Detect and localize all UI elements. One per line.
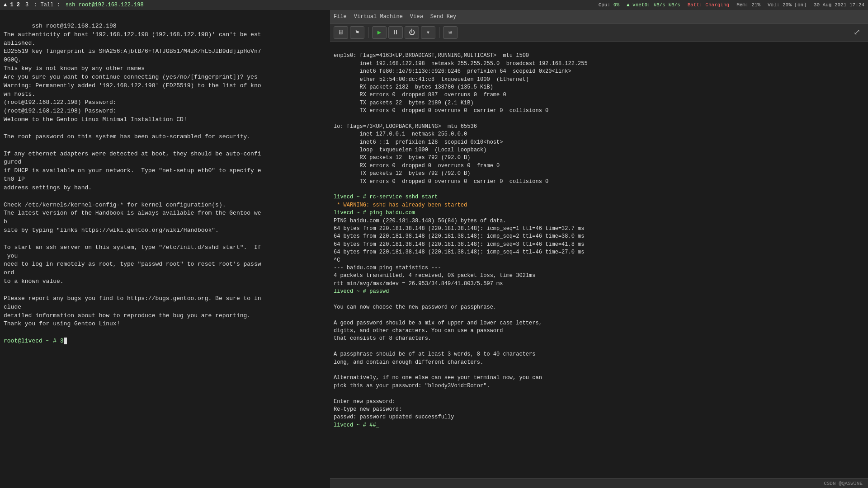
menu-file[interactable]: File bbox=[334, 14, 347, 20]
main-layout: ssh root@192.168.122.198 The authenticit… bbox=[0, 10, 868, 488]
power-dropdown[interactable]: ▾ bbox=[421, 26, 435, 39]
vol-info: Vol: 20% [on] bbox=[768, 2, 807, 8]
screen-button[interactable]: 🖥 bbox=[334, 26, 348, 39]
vmware-menubar: File Virtual Machine View Send Key bbox=[330, 10, 868, 23]
menu-vm[interactable]: Virtual Machine bbox=[354, 14, 403, 20]
mem-info: Mem: 21% bbox=[736, 2, 760, 8]
pause-button[interactable]: ⏸ bbox=[388, 26, 403, 39]
window-number: 3 bbox=[25, 2, 28, 8]
right-terminal[interactable]: enp1s0: flags=4163<UP,BROADCAST,RUNNING,… bbox=[330, 42, 868, 478]
vmware-toolbar: 🖥 ⚑ ▶ ⏸ ⏻ ▾ ⊞ ⤢ bbox=[330, 23, 868, 42]
left-terminal-content: ssh root@192.168.122.198 The authenticit… bbox=[4, 23, 261, 328]
play-button[interactable]: ▶ bbox=[372, 26, 387, 39]
power-button[interactable]: ⏻ bbox=[405, 26, 419, 39]
net-info: ▲ vnet0: kB/s kB/s bbox=[627, 2, 680, 8]
right-bottom-bar: CSDN @QASWINE bbox=[330, 478, 868, 488]
datetime: 30 Aug 2021 17:24 bbox=[814, 2, 864, 8]
ssh-title: ssh root@192.168.122.198 bbox=[66, 2, 593, 8]
left-terminal: ssh root@192.168.122.198 The authenticit… bbox=[4, 14, 326, 354]
left-prompt: root@livecd ~ # 3 bbox=[4, 338, 64, 344]
screenshot-button[interactable]: ⊞ bbox=[443, 26, 458, 39]
menu-sendkey[interactable]: Send Key bbox=[430, 14, 457, 20]
expand-button[interactable]: ⤢ bbox=[854, 27, 864, 38]
right-terminal-content: enp1s0: flags=4163<UP,BROADCAST,RUNNING,… bbox=[334, 52, 588, 428]
topbar: ▲ 1 2 3 : Tall : ssh root@192.168.122.19… bbox=[0, 0, 868, 10]
layout-indicator: : Tall : bbox=[34, 2, 60, 8]
cpu-info: Cpu: 9% bbox=[599, 2, 619, 8]
workspace-indicator: ▲ 1 2 bbox=[4, 2, 20, 8]
right-panel: File Virtual Machine View Send Key 🖥 ⚑ ▶… bbox=[330, 10, 868, 488]
left-panel[interactable]: ssh root@192.168.122.198 The authenticit… bbox=[0, 10, 330, 488]
cursor-block bbox=[64, 338, 67, 344]
flag-button[interactable]: ⚑ bbox=[350, 26, 364, 39]
batt-info: Batt: Charging bbox=[688, 2, 729, 8]
csdn-label: CSDN @QASWINE bbox=[824, 481, 863, 486]
menu-view[interactable]: View bbox=[410, 14, 423, 20]
